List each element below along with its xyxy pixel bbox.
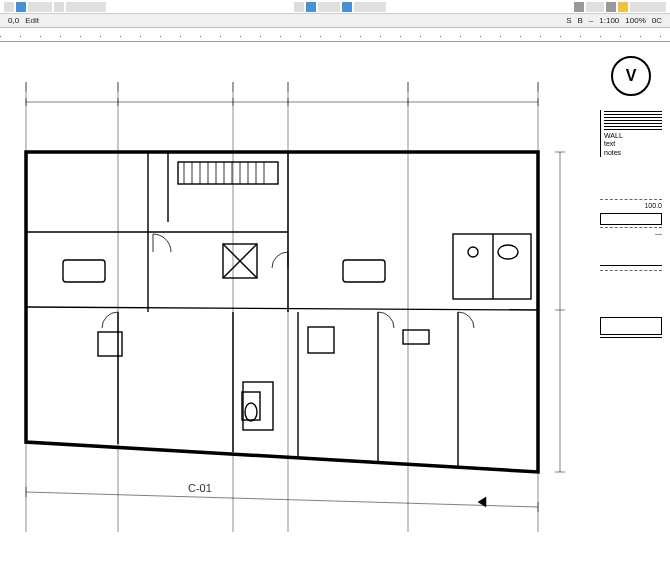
schedule-row: 100.0 — [600, 199, 662, 211]
svg-point-45 — [468, 247, 478, 257]
svg-line-59 — [26, 492, 538, 507]
save-button[interactable] — [28, 2, 52, 12]
schedule-r2: — — [655, 230, 662, 237]
sheet-number-row — [600, 337, 662, 342]
plan-title-label: C-01 — [188, 482, 212, 494]
open-file-icon[interactable] — [16, 2, 26, 12]
toolbar-group-view — [294, 2, 386, 12]
svg-point-44 — [498, 245, 518, 259]
schedule-box-1 — [600, 213, 662, 225]
legend-line2: notes — [604, 149, 621, 156]
toolbar-group-zoom — [574, 2, 666, 12]
legend-line1: text — [604, 140, 615, 147]
schedule-row: — — [600, 227, 662, 239]
zoom-display[interactable]: 100% — [625, 16, 645, 25]
svg-point-56 — [245, 403, 257, 421]
toolbar-group-file — [4, 2, 106, 12]
page-label: 0C — [652, 16, 662, 25]
main-toolbar — [0, 0, 670, 14]
coord-display: 0,0 — [8, 16, 19, 25]
svg-rect-41 — [343, 260, 385, 282]
print-icon[interactable] — [54, 2, 64, 12]
pan-icon[interactable] — [342, 2, 352, 12]
snap-button[interactable] — [318, 2, 340, 12]
new-file-icon[interactable] — [4, 2, 14, 12]
zoom-level-button[interactable] — [586, 2, 604, 12]
svg-rect-54 — [403, 330, 429, 344]
revision-box — [600, 317, 662, 335]
horizontal-ruler[interactable] — [0, 28, 670, 42]
svg-rect-40 — [63, 260, 105, 282]
svg-rect-55 — [242, 392, 260, 420]
tool-s-button[interactable]: S — [566, 16, 571, 25]
floor-plan-drawing: C-01 — [8, 52, 588, 572]
hatch-swatch-icon — [604, 110, 662, 130]
schedule-r1: 100.0 — [644, 202, 662, 209]
svg-rect-23 — [178, 162, 278, 184]
north-arrow-icon: V — [611, 56, 651, 96]
wall-legend: WALL text notes — [600, 110, 662, 157]
legend-hatch-label: WALL — [604, 132, 623, 139]
zoom-out-icon[interactable] — [574, 2, 584, 12]
undo-redo-group[interactable] — [66, 2, 106, 12]
svg-rect-52 — [243, 382, 273, 430]
warning-icon[interactable] — [618, 2, 628, 12]
svg-rect-53 — [308, 327, 334, 353]
ribbon-bar: 0,0 Edit S B – 1:100 100% 0C — [0, 14, 670, 28]
svg-line-38 — [26, 307, 538, 310]
zoom-in-icon[interactable] — [606, 2, 616, 12]
edit-mode-label[interactable]: Edit — [25, 16, 39, 25]
drawing-canvas[interactable]: C-01 V WALL text notes 100.0 — — [0, 42, 670, 576]
title-block-column: V WALL text notes 100.0 — — [600, 52, 662, 572]
north-symbol-label: V — [626, 67, 637, 85]
measure-button[interactable] — [354, 2, 386, 12]
svg-rect-42 — [453, 234, 531, 299]
workspace-selector[interactable] — [630, 2, 666, 12]
layer-icon[interactable] — [294, 2, 304, 12]
tool-b-button[interactable]: B — [577, 16, 582, 25]
grid-icon[interactable] — [306, 2, 316, 12]
scale-display[interactable]: 1:100 — [599, 16, 619, 25]
